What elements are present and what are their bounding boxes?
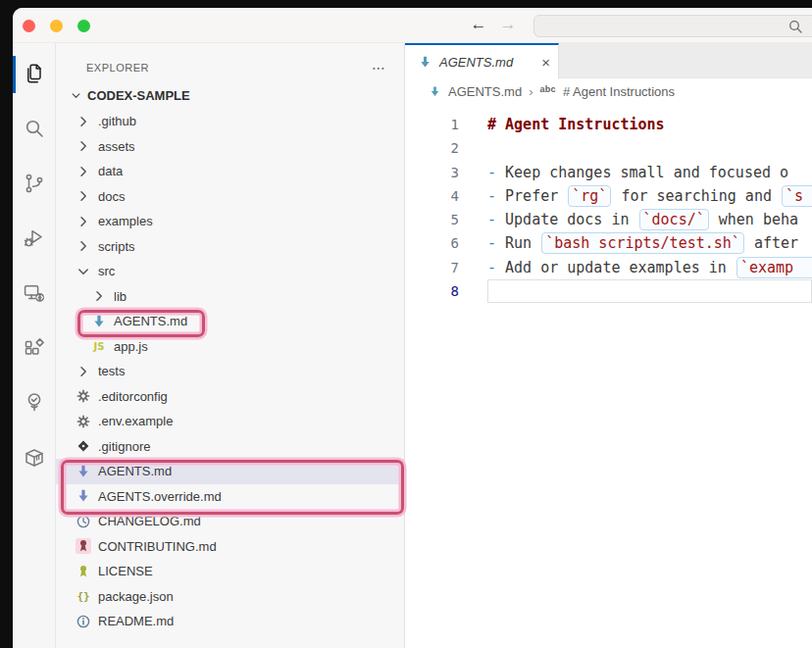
line-number[interactable]: 1 bbox=[405, 113, 459, 136]
minimize-button[interactable] bbox=[50, 20, 63, 32]
close-button[interactable] bbox=[23, 20, 35, 32]
tree-item-label: .gitignore bbox=[98, 439, 150, 454]
token-list: - bbox=[487, 259, 496, 276]
file-package-json[interactable]: {} package.json bbox=[56, 584, 404, 610]
activity-item-tree-extension[interactable] bbox=[23, 391, 46, 415]
file-agents-md[interactable]: AGENTS.md bbox=[56, 309, 404, 334]
zoom-button[interactable] bbox=[77, 20, 90, 32]
history-forward-button[interactable]: → bbox=[496, 13, 520, 36]
folder-lib[interactable]: lib bbox=[56, 284, 404, 310]
line-number[interactable]: 5 bbox=[405, 208, 459, 231]
token-plain: Add or update examples in bbox=[496, 259, 736, 276]
activity-item-extensions[interactable] bbox=[23, 336, 46, 360]
line-content[interactable]: - Update docs in `docs/` when beha bbox=[487, 208, 812, 231]
file-agents-override-md[interactable]: AGENTS.override.md bbox=[56, 484, 404, 510]
markdown-icon bbox=[76, 488, 91, 504]
file-app-js[interactable]: JS app.js bbox=[56, 334, 404, 360]
history-back-button[interactable]: ← bbox=[467, 13, 490, 36]
code-line-6: 6- Run `bash scripts/test.sh` after bbox=[405, 231, 812, 255]
sidebar-header: EXPLORER ⋯ bbox=[56, 55, 404, 80]
folder-assets[interactable]: assets bbox=[56, 134, 404, 160]
extensions-icon bbox=[23, 336, 46, 360]
git-icon bbox=[76, 438, 91, 454]
file-env-example[interactable]: .env.example bbox=[56, 409, 404, 434]
chevron-right-icon: › bbox=[529, 84, 533, 99]
folder-data[interactable]: data bbox=[56, 159, 404, 184]
chevron-right-icon bbox=[91, 288, 107, 304]
activity-item-search[interactable] bbox=[23, 117, 46, 140]
activity-item-remote-explorer[interactable] bbox=[23, 281, 46, 305]
token-heading: # Agent Instructions bbox=[487, 116, 665, 133]
line-number[interactable]: 7 bbox=[405, 256, 459, 279]
line-content[interactable] bbox=[487, 279, 812, 303]
folder-github[interactable]: .github bbox=[56, 109, 404, 134]
token-list: - bbox=[487, 164, 496, 181]
activity-item-run-debug[interactable] bbox=[23, 226, 46, 250]
activity-item-container-extension[interactable] bbox=[23, 446, 46, 470]
tree-item-label: .editorconfig bbox=[98, 389, 168, 404]
file-license[interactable]: LICENSE bbox=[56, 559, 404, 584]
file-contributing-md[interactable]: CONTRIBUTING.md bbox=[56, 534, 404, 560]
markdown-icon bbox=[76, 464, 91, 479]
js-icon: JS bbox=[91, 338, 107, 354]
symbol-string-icon: abc bbox=[539, 84, 555, 94]
code-line-4: 4- Prefer `rg` for searching and `s bbox=[405, 184, 812, 208]
tab-agents-md[interactable]: AGENTS.md × bbox=[405, 43, 559, 78]
line-content[interactable]: - Add or update examples in `examp bbox=[487, 256, 812, 279]
title-bar: ← → bbox=[13, 8, 812, 43]
tree-item-label: scripts bbox=[98, 239, 135, 254]
breadcrumb: AGENTS.md › abc # Agent Instructions bbox=[405, 78, 812, 104]
tree-item-label: package.json bbox=[98, 589, 174, 604]
braces-icon: {} bbox=[76, 588, 91, 604]
token-code: `rg` bbox=[568, 185, 611, 207]
folder-docs[interactable]: docs bbox=[56, 184, 404, 210]
line-content[interactable]: - Prefer `rg` for searching and `s bbox=[487, 184, 812, 208]
chevron-right-icon bbox=[76, 238, 91, 254]
tree-item-label: docs bbox=[98, 189, 125, 204]
line-content[interactable]: # Agent Instructions bbox=[487, 113, 812, 136]
line-content[interactable]: - Run `bash scripts/test.sh` after bbox=[487, 231, 812, 255]
folder-scripts[interactable]: scripts bbox=[56, 234, 404, 260]
line-number[interactable]: 2 bbox=[405, 136, 459, 160]
source-control-icon bbox=[23, 172, 46, 195]
gear-icon bbox=[76, 388, 91, 404]
tree-item-label: AGENTS.override.md bbox=[98, 489, 222, 504]
file-changelog-md[interactable]: CHANGELOG.md bbox=[56, 509, 404, 534]
activity-item-source-control[interactable] bbox=[23, 172, 46, 195]
file-readme-md[interactable]: README.md bbox=[56, 609, 404, 634]
search-icon bbox=[23, 117, 46, 140]
code-line-2: 2 bbox=[405, 136, 812, 160]
folder-tests[interactable]: tests bbox=[56, 359, 404, 384]
code-line-7: 7- Add or update examples in `examp bbox=[405, 256, 812, 279]
command-center-search[interactable] bbox=[533, 15, 812, 37]
line-number[interactable]: 6 bbox=[405, 231, 459, 255]
file-editorconfig[interactable]: .editorconfig bbox=[56, 384, 404, 410]
folder-examples[interactable]: examples bbox=[56, 209, 404, 234]
package-box-icon bbox=[23, 446, 46, 470]
tree-item-label: AGENTS.md bbox=[114, 314, 187, 328]
chevron-right-icon bbox=[76, 364, 91, 379]
activity-item-explorer[interactable] bbox=[23, 62, 46, 85]
line-number[interactable]: 4 bbox=[405, 184, 459, 208]
token-code: `bash scripts/test.sh` bbox=[541, 232, 744, 254]
desktop-backdrop: ← → EXPLORER ⋯ CODEX-SAMPLE bbox=[0, 0, 812, 648]
code-line-8: 8 bbox=[405, 279, 812, 303]
tree-item-label: README.md bbox=[98, 614, 174, 628]
close-icon[interactable]: × bbox=[541, 54, 550, 71]
code-line-5: 5- Update docs in `docs/` when beha bbox=[405, 208, 812, 231]
workspace-root-row[interactable]: CODEX-SAMPLE bbox=[56, 84, 404, 106]
line-content[interactable] bbox=[487, 136, 812, 160]
chevron-down-icon bbox=[70, 89, 82, 102]
more-actions-icon[interactable]: ⋯ bbox=[372, 60, 386, 75]
line-content[interactable]: - Keep changes small and focused o bbox=[487, 161, 812, 184]
tree-icon bbox=[23, 391, 46, 415]
breadcrumb-symbol[interactable]: # Agent Instructions bbox=[563, 84, 675, 99]
line-number[interactable]: 3 bbox=[405, 161, 459, 184]
folder-src[interactable]: src bbox=[56, 259, 404, 284]
file-agents-md[interactable]: AGENTS.md bbox=[56, 459, 404, 484]
line-number[interactable]: 8 bbox=[405, 279, 459, 303]
file-gitignore[interactable]: .gitignore bbox=[56, 434, 404, 460]
code-editor[interactable]: 1# Agent Instructions23- Keep changes sm… bbox=[405, 104, 812, 648]
editor-area: AGENTS.md × AGENTS.md › abc # Agent Inst… bbox=[405, 43, 812, 648]
breadcrumb-file[interactable]: AGENTS.md bbox=[448, 84, 522, 99]
